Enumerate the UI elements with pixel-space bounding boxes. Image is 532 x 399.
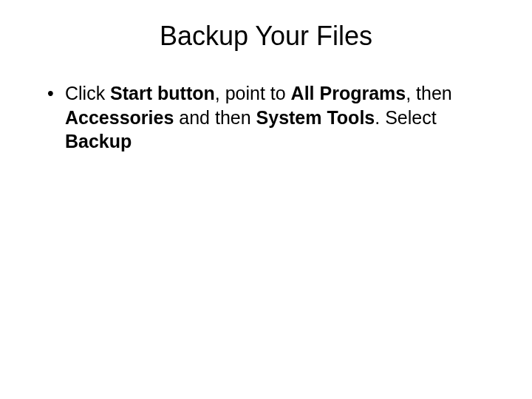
text-segment: Click xyxy=(65,83,110,103)
text-segment: , point to xyxy=(215,83,291,103)
text-segment: and then xyxy=(174,107,256,128)
bold-text: Accessories xyxy=(65,107,174,128)
bold-text: Backup xyxy=(65,131,132,151)
text-segment: , then xyxy=(406,83,452,103)
text-segment: . Select xyxy=(375,107,436,128)
bullet-item: Click Start button, point to All Program… xyxy=(47,81,502,154)
bold-text: Start button xyxy=(110,83,215,103)
bullet-list: Click Start button, point to All Program… xyxy=(30,81,502,154)
bold-text: All Programs xyxy=(291,83,406,103)
bold-text: System Tools xyxy=(256,107,375,128)
slide-title: Backup Your Files xyxy=(30,21,502,52)
